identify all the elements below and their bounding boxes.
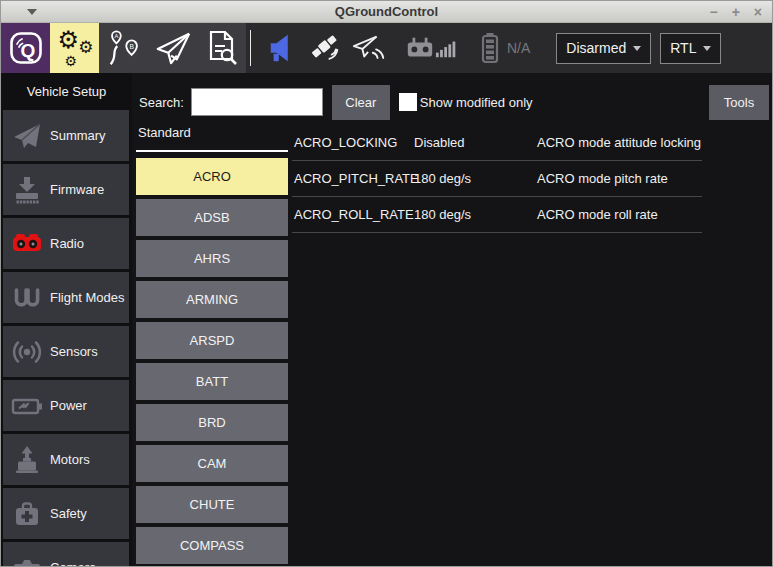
camera-icon (3, 552, 50, 567)
sidebar-item-label: Firmware (50, 182, 104, 197)
parameter-search-bar: Search: Clear Show modified only Tools (132, 82, 772, 122)
sidebar-item-label: Radio (50, 236, 84, 251)
setup-sidebar: Vehicle Setup Summary Firmware Radio (1, 73, 132, 566)
analyze-view-button[interactable] (197, 23, 246, 73)
gps-satellite-icon (309, 31, 343, 65)
audio-megaphone-icon (267, 31, 301, 65)
flight-mode-dropdown[interactable]: RTL (660, 33, 721, 64)
group-button-arspd[interactable]: ARSPD (136, 322, 288, 359)
qgroundcontrol-window: QGroundControl − + × Q ⚙ ⚙ ⚙ (0, 0, 773, 567)
sidebar-item-summary[interactable]: Summary (3, 110, 129, 161)
sidebar-item-firmware[interactable]: Firmware (3, 164, 129, 215)
qgc-logo-icon: Q (8, 30, 44, 66)
maximize-button[interactable]: + (732, 5, 740, 19)
sidebar-item-label: Motors (50, 452, 90, 467)
clear-button[interactable]: Clear (332, 85, 390, 120)
wave-icon (3, 282, 50, 314)
fly-view-button[interactable] (148, 23, 197, 73)
vehicle-setup-content: Vehicle Setup Summary Firmware Radio (1, 73, 772, 566)
sidebar-item-label: Summary (50, 128, 106, 143)
plan-view-button[interactable]: A B (99, 23, 148, 73)
log-magnifier-icon (204, 29, 240, 67)
waypoint-pins-icon: A B (105, 28, 143, 68)
sidebar-title: Vehicle Setup (1, 73, 132, 110)
group-button-acro[interactable]: ACRO (136, 158, 288, 195)
sidebar-item-label: Flight Modes (50, 290, 124, 305)
paper-plane-icon (154, 29, 192, 67)
sidebar-item-label: Power (50, 398, 87, 413)
telemetry-rssi-indicator[interactable] (351, 32, 387, 64)
category-underline (136, 150, 288, 152)
vehicle-messages-indicator[interactable] (267, 31, 301, 65)
telemetry-rssi-icon (351, 32, 387, 64)
group-button-brd[interactable]: BRD (136, 404, 288, 441)
gears-icon: ⚙ ⚙ ⚙ (58, 30, 92, 66)
sidebar-item-label: Safety (50, 506, 87, 521)
window-title: QGroundControl (335, 4, 438, 19)
signal-waves-icon (3, 336, 50, 368)
window-menu-icon[interactable] (27, 9, 37, 15)
table-row[interactable]: ACRO_ROLL_RATE 180 deg/s ACRO mode roll … (292, 197, 702, 233)
group-button-ahrs[interactable]: AHRS (136, 240, 288, 277)
sidebar-item-flight-modes[interactable]: Flight Modes (3, 272, 129, 323)
sidebar-item-camera[interactable]: Camera (3, 542, 129, 566)
battery-status-text: N/A (507, 40, 530, 56)
param-description: ACRO mode roll rate (537, 207, 702, 222)
first-aid-case-icon (3, 498, 50, 530)
battery-indicator[interactable]: N/A (477, 31, 530, 65)
parameter-table: ACRO_LOCKING Disabled ACRO mode attitude… (292, 125, 702, 233)
param-description: ACRO mode attitude locking (537, 135, 702, 150)
gps-status-indicator[interactable] (309, 31, 343, 65)
paper-plane-icon (3, 120, 50, 152)
param-value: Disabled (414, 135, 537, 150)
param-description: ACRO mode pitch rate (537, 171, 702, 186)
chevron-down-icon (633, 46, 641, 51)
show-modified-checkbox[interactable] (399, 93, 417, 111)
show-modified-label: Show modified only (420, 95, 533, 110)
rc-remote-icon (405, 33, 435, 63)
battery-icon (477, 31, 503, 65)
sidebar-item-motors[interactable]: Motors (3, 434, 129, 485)
param-name: ACRO_PITCH_RATE (292, 171, 414, 186)
group-button-cam[interactable]: CAM (136, 445, 288, 482)
qgc-home-button[interactable]: Q (1, 23, 50, 73)
title-bar: QGroundControl − + × (1, 1, 772, 23)
group-button-adsb[interactable]: ADSB (136, 199, 288, 236)
sidebar-item-radio[interactable]: Radio (3, 218, 129, 269)
flight-mode-label: RTL (670, 40, 696, 56)
table-row[interactable]: ACRO_PITCH_RATE 180 deg/s ACRO mode pitc… (292, 161, 702, 197)
table-row[interactable]: ACRO_LOCKING Disabled ACRO mode attitude… (292, 125, 702, 161)
chevron-down-icon (703, 46, 711, 51)
close-button[interactable]: × (754, 5, 762, 19)
param-name: ACRO_LOCKING (292, 135, 414, 150)
category-header: Standard (138, 125, 191, 140)
svg-text:B: B (129, 43, 134, 50)
sidebar-item-power[interactable]: Power (3, 380, 129, 431)
main-toolbar: Q ⚙ ⚙ ⚙ A B (1, 23, 772, 73)
sidebar-item-label: Sensors (50, 344, 98, 359)
firmware-chip-icon (3, 174, 50, 206)
armed-state-dropdown[interactable]: Disarmed (556, 33, 651, 64)
tools-button[interactable]: Tools (709, 85, 769, 120)
rc-rssi-indicator[interactable] (405, 33, 459, 63)
toolbar-divider (250, 30, 251, 66)
battery-bolt-icon (3, 390, 50, 422)
search-input[interactable] (191, 88, 323, 116)
sidebar-item-safety[interactable]: Safety (3, 488, 129, 539)
svg-text:A: A (114, 33, 118, 39)
vehicle-setup-view-button[interactable]: ⚙ ⚙ ⚙ (50, 23, 99, 73)
sidebar-item-sensors[interactable]: Sensors (3, 326, 129, 377)
group-button-chute[interactable]: CHUTE (136, 486, 288, 523)
signal-bars-icon (435, 35, 459, 61)
param-value: 180 deg/s (414, 207, 537, 222)
group-button-arming[interactable]: ARMING (136, 281, 288, 318)
group-button-compass[interactable]: COMPASS (136, 527, 288, 564)
minimize-button[interactable]: − (709, 5, 717, 19)
sidebar-item-label: Camera (50, 560, 96, 566)
armed-state-label: Disarmed (566, 40, 626, 56)
search-label: Search: (139, 95, 184, 110)
param-value: 180 deg/s (414, 171, 537, 186)
radio-transmitter-icon (3, 229, 50, 259)
group-button-batt[interactable]: BATT (136, 363, 288, 400)
motor-icon (3, 444, 50, 476)
